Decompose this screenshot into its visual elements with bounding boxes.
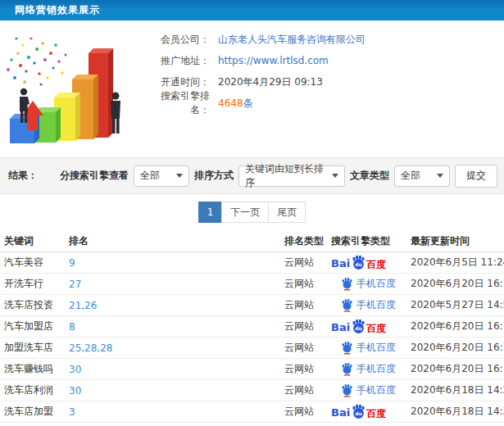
baidu-logo: Bai du 百度 bbox=[331, 319, 387, 335]
rank-type-cell: 云网站 bbox=[284, 298, 331, 312]
mobile-baidu-paw-icon bbox=[341, 277, 353, 291]
sort-order-value: 关键词由短到长排序 bbox=[245, 162, 327, 190]
info-section: 会员公司： 山东老人头汽车服务咨询有限公司 推广地址： https://www.… bbox=[0, 20, 504, 157]
engine-filter-select[interactable]: 全部 bbox=[134, 165, 189, 187]
rank-link[interactable]: 27 bbox=[69, 279, 81, 290]
baidu-paw-icon: du bbox=[352, 404, 364, 418]
svg-text:Bai: Bai bbox=[331, 406, 350, 419]
confetti-dots bbox=[7, 37, 67, 85]
filter-bar: 结果： 分搜索引擎查看 全部 排序方式 关键词由短到长排序 文章类型 全部 提交 bbox=[0, 157, 504, 194]
rank-type-cell: 云网站 bbox=[284, 383, 331, 397]
sort-label: 排序方式 bbox=[194, 169, 234, 183]
table-row: 汽车美容 9 云网站 Bai du 百度 bbox=[0, 252, 504, 274]
mobile-baidu-logo: 手机百度 bbox=[331, 298, 396, 312]
rank-link[interactable]: 21,26 bbox=[69, 300, 97, 311]
keyword-cell: 洗车店利润 bbox=[0, 383, 69, 397]
engine-type-cell: Bai du 百度 bbox=[331, 341, 411, 355]
table-header: 关键词 排名 排名类型 搜索引擎类型 最新更新时间 bbox=[0, 230, 504, 252]
keyword-cell: 加盟洗车店 bbox=[0, 341, 69, 355]
decorative-chart-image bbox=[0, 20, 148, 157]
page: 网络营销效果展示 bbox=[0, 0, 504, 426]
svg-text:du: du bbox=[355, 324, 362, 330]
engine-type-cell: Bai du 百度 bbox=[331, 319, 411, 335]
mobile-baidu-label: 手机百度 bbox=[356, 362, 396, 376]
page-1-button[interactable]: 1 bbox=[198, 202, 223, 223]
member-company-label: 会员公司： bbox=[148, 33, 210, 47]
updated-time-cell: 2020年6月20日 16:16 bbox=[411, 277, 504, 291]
article-type-label: 文章类型 bbox=[350, 169, 389, 183]
svg-text:百度: 百度 bbox=[366, 322, 386, 333]
rank-type-cell: 云网站 bbox=[284, 256, 331, 270]
rank-link[interactable]: 8 bbox=[69, 321, 75, 333]
col-rank-type: 排名类型 bbox=[284, 234, 331, 248]
last-page-button[interactable]: 尾页 bbox=[268, 202, 306, 223]
mobile-baidu-logo: 手机百度 bbox=[331, 341, 396, 355]
mobile-baidu-logo: 手机百度 bbox=[331, 383, 396, 397]
mobile-baidu-label: 手机百度 bbox=[356, 277, 396, 291]
rank-link[interactable]: 9 bbox=[69, 257, 75, 269]
result-label: 结果： bbox=[8, 169, 38, 183]
updated-time-cell: 2020年6月18日 14:30 bbox=[411, 405, 504, 419]
svg-text:Bai: Bai bbox=[331, 257, 350, 270]
col-updated: 最新更新时间 bbox=[411, 234, 504, 248]
chevron-down-icon bbox=[437, 174, 443, 178]
engine-rank-unit: 条 bbox=[243, 97, 253, 111]
title-bar: 网络营销效果展示 bbox=[0, 0, 504, 20]
rank-link[interactable]: 25,28,28 bbox=[69, 342, 112, 354]
keyword-cell: 洗车赚钱吗 bbox=[0, 362, 69, 376]
next-page-button[interactable]: 下一页 bbox=[221, 202, 269, 223]
updated-time-cell: 2020年5月27日 14:58 bbox=[411, 298, 504, 312]
open-time-label: 开通时间： bbox=[148, 75, 210, 89]
promo-url-link[interactable]: https://www.lrtlsd.com bbox=[218, 55, 329, 66]
company-info: 会员公司： 山东老人头汽车服务咨询有限公司 推广地址： https://www.… bbox=[148, 20, 504, 157]
mobile-baidu-paw-icon bbox=[341, 298, 353, 312]
engine-view-label: 分搜索引擎查看 bbox=[60, 169, 129, 183]
updated-time-cell: 2020年6月5日 11:24 bbox=[411, 256, 504, 270]
rank-link[interactable]: 30 bbox=[69, 385, 81, 397]
rank-link[interactable]: 30 bbox=[69, 364, 81, 375]
svg-text:百度: 百度 bbox=[366, 407, 386, 419]
svg-text:百度: 百度 bbox=[366, 258, 386, 270]
pagination: 1 下一页 尾页 bbox=[0, 194, 504, 230]
sort-order-select[interactable]: 关键词由短到长排序 bbox=[238, 165, 345, 187]
filter-controls: 分搜索引擎查看 全部 排序方式 关键词由短到长排序 文章类型 全部 提交 bbox=[60, 165, 497, 188]
keyword-cell: 汽车美容 bbox=[0, 256, 69, 270]
article-type-select[interactable]: 全部 bbox=[394, 165, 450, 187]
engine-type-cell: Bai du 百度 bbox=[331, 383, 411, 397]
table-row: 洗车店投资 21,26 云网站 Bai du 百度 bbox=[0, 295, 504, 316]
svg-text:Bai: Bai bbox=[331, 321, 350, 333]
mobile-baidu-logo: 手机百度 bbox=[331, 277, 396, 291]
table-row: 开洗车行 27 云网站 Bai du 百度 bbox=[0, 274, 504, 295]
engine-type-cell: Bai du 百度 bbox=[331, 298, 411, 312]
engine-type-cell: Bai du 百度 bbox=[331, 277, 411, 291]
bar-chart-illustration bbox=[0, 20, 148, 153]
updated-time-cell: 2020年6月18日 14:27 bbox=[411, 383, 504, 397]
rank-link[interactable]: 3 bbox=[69, 406, 75, 418]
table-row: 洗车店加盟 3 云网站 Bai du 百度 bbox=[0, 401, 504, 423]
baidu-paw-icon: du bbox=[352, 255, 364, 269]
keyword-cell: 汽车加盟店 bbox=[0, 320, 69, 333]
submit-button[interactable]: 提交 bbox=[455, 165, 497, 188]
mobile-baidu-label: 手机百度 bbox=[356, 341, 396, 355]
table-row: 洗车赚钱吗 30 云网站 Bai du 百度 bbox=[0, 359, 504, 380]
promo-url-label: 推广地址： bbox=[148, 54, 210, 68]
svg-text:du: du bbox=[355, 261, 362, 266]
keyword-cell: 洗车店投资 bbox=[0, 298, 69, 312]
engine-type-cell: Bai du 百度 bbox=[331, 255, 411, 271]
rank-type-cell: 云网站 bbox=[284, 277, 331, 291]
col-keyword: 关键词 bbox=[0, 234, 69, 248]
col-rank: 排名 bbox=[69, 234, 284, 248]
promo-url-row: 推广地址： https://www.lrtlsd.com bbox=[148, 50, 504, 71]
keyword-cell: 开洗车行 bbox=[0, 277, 69, 291]
article-type-value: 全部 bbox=[401, 169, 420, 183]
mobile-baidu-paw-icon bbox=[341, 383, 353, 397]
engine-rank-label: 搜索引擎排名： bbox=[148, 89, 210, 117]
rank-type-cell: 云网站 bbox=[284, 320, 331, 333]
table-row: 汽车加盟店 8 云网站 Bai du 百度 bbox=[0, 316, 504, 338]
member-company-link[interactable]: 山东老人头汽车服务咨询有限公司 bbox=[218, 33, 366, 47]
mobile-baidu-paw-icon bbox=[341, 341, 353, 355]
mobile-baidu-label: 手机百度 bbox=[356, 383, 396, 397]
open-time-value: 2020年4月29日 09:13 bbox=[218, 75, 323, 89]
keyword-cell: 洗车店加盟 bbox=[0, 405, 69, 419]
col-engine-type: 搜索引擎类型 bbox=[331, 234, 411, 248]
